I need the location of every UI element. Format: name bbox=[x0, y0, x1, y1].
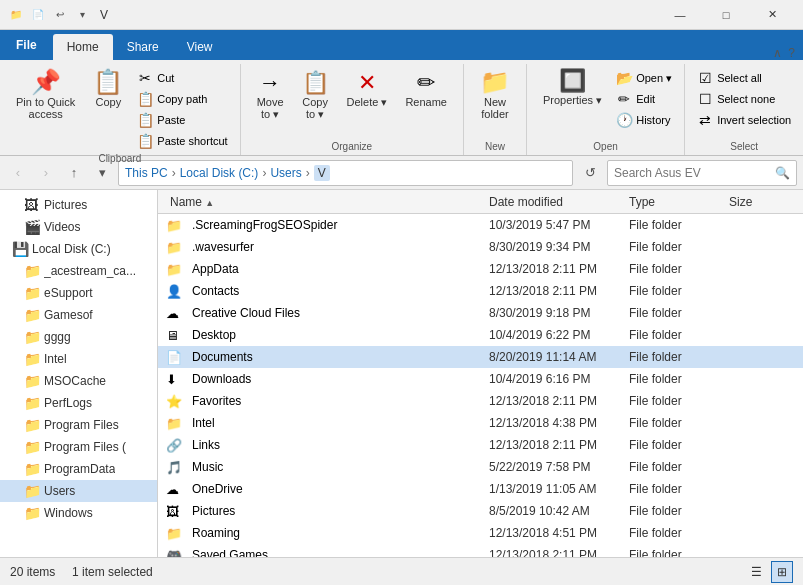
back-small-icon[interactable]: ↩ bbox=[52, 7, 68, 23]
table-row[interactable]: 🖼 Pictures 8/5/2019 10:42 AM File folder bbox=[158, 500, 803, 522]
tab-view[interactable]: View bbox=[173, 34, 227, 60]
maximize-button[interactable]: □ bbox=[703, 0, 749, 30]
file-icon: 🎮 bbox=[166, 548, 184, 558]
table-row[interactable]: 🎮 Saved Games 12/13/2018 2:11 PM File fo… bbox=[158, 544, 803, 557]
sidebar-item[interactable]: 📁Intel bbox=[0, 348, 157, 370]
folder-icon: 📁 bbox=[24, 395, 40, 411]
paste-shortcut-button[interactable]: 📋 Paste shortcut bbox=[133, 131, 231, 151]
file-name: .ScreamingFrogSEOSpider bbox=[188, 218, 485, 232]
sidebar-item[interactable]: 📁_acestream_ca... bbox=[0, 260, 157, 282]
rename-button[interactable]: ✏ Rename bbox=[397, 68, 455, 112]
organize-buttons: → Moveto ▾ 📋 Copyto ▾ ✕ Delete ▾ bbox=[249, 66, 455, 139]
col-header-date[interactable]: Date modified bbox=[485, 195, 625, 209]
file-name: Intel bbox=[188, 416, 485, 430]
tab-file[interactable]: File bbox=[0, 30, 53, 60]
select-label: Select bbox=[730, 139, 758, 155]
properties-button[interactable]: 🔲 Properties ▾ bbox=[535, 66, 610, 111]
title-bar: 📁 📄 ↩ ▾ V — □ ✕ bbox=[0, 0, 803, 30]
help-icon[interactable]: ? bbox=[788, 46, 795, 60]
file-type: File folder bbox=[625, 438, 725, 452]
paste-button[interactable]: 📋 Paste bbox=[133, 110, 231, 130]
table-row[interactable]: ☁ OneDrive 1/13/2019 11:05 AM File folde… bbox=[158, 478, 803, 500]
table-row[interactable]: ⭐ Favorites 12/13/2018 2:11 PM File fold… bbox=[158, 390, 803, 412]
file-name: Saved Games bbox=[188, 548, 485, 557]
edit-button[interactable]: ✏ Edit bbox=[612, 89, 676, 109]
table-row[interactable]: 🔗 Links 12/13/2018 2:11 PM File folder bbox=[158, 434, 803, 456]
table-row[interactable]: 📁 Intel 12/13/2018 4:38 PM File folder bbox=[158, 412, 803, 434]
sidebar-item[interactable]: 📁Program Files ( bbox=[0, 436, 157, 458]
sidebar-item-label: Program Files ( bbox=[44, 440, 126, 454]
large-icon-view-button[interactable]: ⊞ bbox=[771, 561, 793, 583]
path-local-disk[interactable]: Local Disk (C:) bbox=[180, 166, 259, 180]
sidebar-item[interactable]: 📁gggg bbox=[0, 326, 157, 348]
copy-button[interactable]: 📋 Copy bbox=[85, 66, 131, 112]
file-type: File folder bbox=[625, 306, 725, 320]
file-type: File folder bbox=[625, 240, 725, 254]
table-row[interactable]: 👤 Contacts 12/13/2018 2:11 PM File folde… bbox=[158, 280, 803, 302]
sidebar-item[interactable]: 📁Windows bbox=[0, 502, 157, 524]
path-users[interactable]: Users bbox=[270, 166, 301, 180]
move-to-button[interactable]: → Moveto ▾ bbox=[249, 68, 292, 125]
sidebar-item-label: PerfLogs bbox=[44, 396, 92, 410]
refresh-button[interactable]: ↺ bbox=[577, 160, 603, 186]
back-button[interactable]: ‹ bbox=[6, 161, 30, 185]
search-input[interactable] bbox=[614, 166, 771, 180]
table-row[interactable]: 🎵 Music 5/22/2019 7:58 PM File folder bbox=[158, 456, 803, 478]
table-row[interactable]: 📁 .ScreamingFrogSEOSpider 10/3/2019 5:47… bbox=[158, 214, 803, 236]
ribbon-collapse-icon[interactable]: ∧ bbox=[773, 46, 782, 60]
sidebar-item[interactable]: 📁PerfLogs bbox=[0, 392, 157, 414]
tab-home[interactable]: Home bbox=[53, 34, 113, 60]
details-view-button[interactable]: ☰ bbox=[745, 561, 767, 583]
copy-to-button[interactable]: 📋 Copyto ▾ bbox=[294, 68, 337, 125]
sidebar-item[interactable]: 📁Gamesof bbox=[0, 304, 157, 326]
select-none-button[interactable]: ☐ Select none bbox=[693, 89, 795, 109]
file-date: 12/13/2018 2:11 PM bbox=[485, 394, 625, 408]
table-row[interactable]: 📁 .wavesurfer 8/30/2019 9:34 PM File fol… bbox=[158, 236, 803, 258]
forward-button[interactable]: › bbox=[34, 161, 58, 185]
table-row[interactable]: 📁 Roaming 12/13/2018 4:51 PM File folder bbox=[158, 522, 803, 544]
table-row[interactable]: ⬇ Downloads 10/4/2019 6:16 PM File folde… bbox=[158, 368, 803, 390]
search-box[interactable]: 🔍 bbox=[607, 160, 797, 186]
cut-button[interactable]: ✂ Cut bbox=[133, 68, 231, 88]
new-folder-button[interactable]: 📁 Newfolder bbox=[472, 66, 518, 124]
file-date: 12/13/2018 4:51 PM bbox=[485, 526, 625, 540]
file-type: File folder bbox=[625, 482, 725, 496]
col-header-name[interactable]: Name ▲ bbox=[166, 195, 485, 209]
quick-access-icon[interactable]: 📄 bbox=[30, 7, 46, 23]
sidebar-item[interactable]: 📁Program Files bbox=[0, 414, 157, 436]
file-name: Music bbox=[188, 460, 485, 474]
sidebar-item[interactable]: 💾Local Disk (C:) bbox=[0, 238, 157, 260]
minimize-button[interactable]: — bbox=[657, 0, 703, 30]
select-all-button[interactable]: ☑ Select all bbox=[693, 68, 795, 88]
col-header-size[interactable]: Size bbox=[725, 195, 795, 209]
table-row[interactable]: 📁 AppData 12/13/2018 2:11 PM File folder bbox=[158, 258, 803, 280]
up-button[interactable]: ↑ bbox=[62, 161, 86, 185]
file-name: Roaming bbox=[188, 526, 485, 540]
file-icon: 📁 bbox=[166, 218, 184, 233]
pin-button[interactable]: 📌 Pin to Quickaccess bbox=[8, 66, 83, 124]
copy-path-button[interactable]: 📋 Copy path bbox=[133, 89, 231, 109]
sidebar-item[interactable]: 🎬Videos bbox=[0, 216, 157, 238]
ribbon-group-new: 📁 Newfolder New bbox=[464, 64, 527, 155]
sidebar-item[interactable]: 📁MSOCache bbox=[0, 370, 157, 392]
dropdown-icon[interactable]: ▾ bbox=[74, 7, 90, 23]
path-this-pc[interactable]: This PC bbox=[125, 166, 168, 180]
sidebar-item[interactable]: 📁Users bbox=[0, 480, 157, 502]
delete-button[interactable]: ✕ Delete ▾ bbox=[339, 68, 396, 113]
sidebar-item-label: gggg bbox=[44, 330, 71, 344]
history-button[interactable]: 🕐 History bbox=[612, 110, 676, 130]
address-path[interactable]: This PC › Local Disk (C:) › Users › V bbox=[118, 160, 573, 186]
close-button[interactable]: ✕ bbox=[749, 0, 795, 30]
folder-icon: 📁 bbox=[24, 263, 40, 279]
invert-selection-button[interactable]: ⇄ Invert selection bbox=[693, 110, 795, 130]
table-row[interactable]: ☁ Creative Cloud Files 8/30/2019 9:18 PM… bbox=[158, 302, 803, 324]
sidebar-item[interactable]: 🖼Pictures bbox=[0, 194, 157, 216]
open-button[interactable]: 📂 Open ▾ bbox=[612, 68, 676, 88]
tab-share[interactable]: Share bbox=[113, 34, 173, 60]
col-header-type[interactable]: Type bbox=[625, 195, 725, 209]
sidebar-item[interactable]: 📁ProgramData bbox=[0, 458, 157, 480]
paste-icon: 📋 bbox=[137, 112, 153, 128]
table-row[interactable]: 🖥 Desktop 10/4/2019 6:22 PM File folder bbox=[158, 324, 803, 346]
sidebar-item[interactable]: 📁eSupport bbox=[0, 282, 157, 304]
table-row[interactable]: 📄 Documents 8/20/2019 11:14 AM File fold… bbox=[158, 346, 803, 368]
